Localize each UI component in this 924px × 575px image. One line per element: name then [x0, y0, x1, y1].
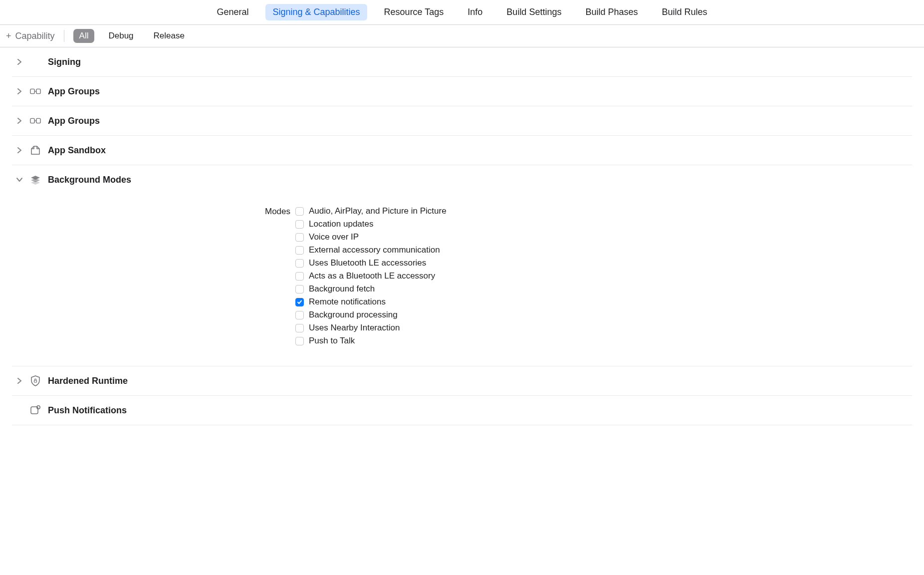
modes-list: Audio, AirPlay, and Picture in PictureLo… [295, 206, 447, 346]
tab-signing-capabilities[interactable]: Signing & Capabilities [265, 4, 367, 20]
add-capability-label: Capability [15, 31, 55, 41]
mode-row: Voice over IP [295, 232, 447, 242]
mode-checkbox[interactable] [295, 298, 304, 306]
mode-row: Push to Talk [295, 336, 447, 346]
mode-label: Audio, AirPlay, and Picture in Picture [309, 206, 447, 216]
mode-label: Voice over IP [309, 232, 359, 242]
tab-build-rules[interactable]: Build Rules [655, 4, 714, 20]
capability-toolbar: + Capability All Debug Release [0, 25, 924, 47]
mode-checkbox[interactable] [295, 285, 304, 293]
mode-label: Remote notifications [309, 297, 386, 307]
mode-label: Uses Bluetooth LE accessories [309, 258, 426, 268]
push-notifications-icon [30, 405, 41, 416]
mode-checkbox[interactable] [295, 272, 304, 281]
mode-label: Uses Nearby Interaction [309, 323, 400, 333]
chevron-right-icon [16, 88, 23, 95]
background-modes-icon [30, 174, 41, 185]
tab-resource-tags[interactable]: Resource Tags [377, 4, 451, 20]
mode-row: Background fetch [295, 284, 447, 294]
section-app-groups: App Groups [12, 106, 912, 136]
app-groups-icon [30, 86, 41, 97]
add-capability-button[interactable]: + Capability [6, 31, 55, 41]
mode-checkbox[interactable] [295, 324, 304, 332]
section-title: App Groups [48, 116, 100, 126]
mode-row: Audio, AirPlay, and Picture in Picture [295, 206, 447, 216]
section-header-app-sandbox[interactable]: App Sandbox [12, 136, 912, 165]
modes-label: Modes [12, 206, 295, 217]
section-title: App Groups [48, 86, 100, 97]
svg-rect-0 [30, 89, 34, 93]
plus-icon: + [6, 31, 11, 40]
section-title: App Sandbox [48, 145, 106, 156]
svg-rect-2 [30, 118, 34, 123]
svg-rect-3 [36, 118, 40, 123]
section-header-signing[interactable]: Signing [12, 47, 912, 76]
mode-row: Location updates [295, 219, 447, 229]
config-filter-release[interactable]: Release [148, 29, 191, 43]
mode-row: External accessory communication [295, 245, 447, 255]
chevron-right-icon [16, 117, 23, 124]
section-header-app-groups[interactable]: App Groups [12, 77, 912, 106]
mode-label: Acts as a Bluetooth LE accessory [309, 271, 435, 281]
section-app-groups: App Groups [12, 77, 912, 106]
chevron-right-icon [16, 58, 23, 65]
chevron-right-icon [16, 147, 23, 154]
section-header-push-notifications[interactable]: Push Notifications [12, 396, 912, 425]
section-title: Hardened Runtime [48, 376, 128, 386]
section-header-app-groups[interactable]: App Groups [12, 106, 912, 135]
tab-info[interactable]: Info [461, 4, 489, 20]
sandbox-icon [30, 145, 41, 156]
toolbar-separator [64, 30, 64, 42]
section-header-hardened-runtime[interactable]: Hardened Runtime [12, 366, 912, 395]
mode-checkbox[interactable] [295, 311, 304, 319]
mode-checkbox[interactable] [295, 207, 304, 216]
mode-row: Uses Bluetooth LE accessories [295, 258, 447, 268]
section-title: Signing [48, 57, 81, 67]
mode-label: External accessory communication [309, 245, 440, 255]
capability-sections: Signing App Groups App Groups [0, 47, 924, 425]
editor-top-tabs: General Signing & Capabilities Resource … [0, 0, 924, 25]
mode-row: Background processing [295, 310, 447, 320]
section-push-notifications: Push Notifications [12, 396, 912, 425]
mode-checkbox[interactable] [295, 220, 304, 229]
mode-label: Background processing [309, 310, 398, 320]
mode-checkbox[interactable] [295, 337, 304, 345]
mode-checkbox[interactable] [295, 233, 304, 242]
section-app-sandbox: App Sandbox [12, 136, 912, 165]
mode-checkbox[interactable] [295, 246, 304, 255]
mode-row: Remote notifications [295, 297, 447, 307]
section-title: Background Modes [48, 175, 131, 185]
mode-row: Uses Nearby Interaction [295, 323, 447, 333]
mode-row: Acts as a Bluetooth LE accessory [295, 271, 447, 281]
background-modes-body: Modes Audio, AirPlay, and Picture in Pic… [12, 194, 912, 366]
chevron-right-icon [16, 377, 23, 384]
tab-build-phases[interactable]: Build Phases [578, 4, 645, 20]
mode-label: Push to Talk [309, 336, 355, 346]
chevron-down-icon [16, 176, 23, 183]
section-hardened-runtime: Hardened Runtime [12, 366, 912, 396]
config-filter-all[interactable]: All [73, 29, 95, 43]
section-header-background-modes[interactable]: Background Modes [12, 165, 912, 194]
svg-rect-4 [34, 380, 37, 382]
section-title: Push Notifications [48, 405, 127, 416]
section-background-modes: Background Modes Modes Audio, AirPlay, a… [12, 165, 912, 366]
tab-general[interactable]: General [210, 4, 255, 20]
mode-checkbox[interactable] [295, 259, 304, 268]
shield-lock-icon [30, 375, 41, 386]
app-groups-icon [30, 115, 41, 126]
config-filter-debug[interactable]: Debug [102, 29, 139, 43]
tab-build-settings[interactable]: Build Settings [499, 4, 568, 20]
mode-label: Location updates [309, 219, 374, 229]
mode-label: Background fetch [309, 284, 375, 294]
section-signing: Signing [12, 47, 912, 77]
svg-rect-1 [36, 89, 40, 93]
